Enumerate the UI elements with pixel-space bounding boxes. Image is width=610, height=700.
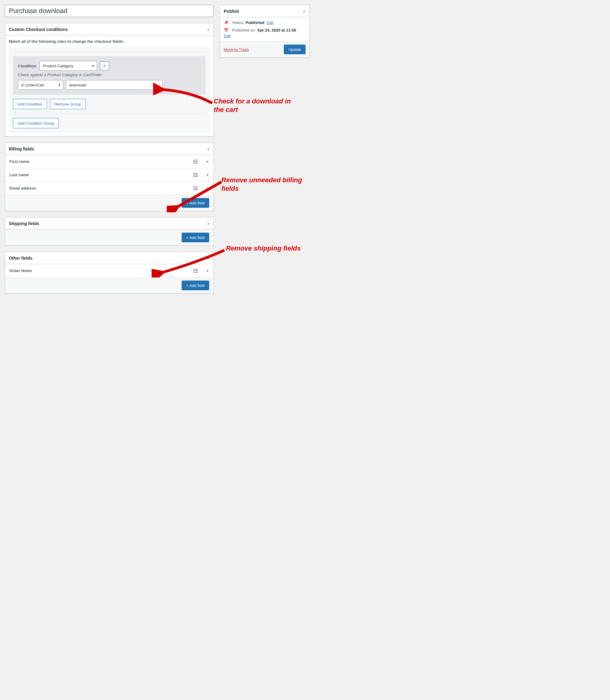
field-row[interactable]: Last name ▼ [5, 168, 213, 182]
conditions-panel-title: Custom Checkout conditions [9, 27, 68, 32]
field-label: First name [10, 159, 29, 164]
published-on-value: Apr 24, 2020 at 11:56 [257, 28, 296, 32]
post-title-input[interactable] [5, 5, 214, 17]
category-tag-input[interactable] [66, 80, 163, 90]
status-value: Published [245, 20, 264, 25]
field-label: Last name [10, 173, 29, 177]
move-to-trash-link[interactable]: Move to Trash [224, 47, 248, 52]
other-fields-panel: Other fields ▲ Order Notes ▼ + Add field [5, 252, 214, 293]
condition-type-select[interactable]: Product Category [39, 61, 97, 71]
collapse-icon[interactable]: ▲ [207, 256, 210, 260]
chevron-down-icon[interactable]: ▼ [206, 269, 209, 273]
collapse-icon[interactable]: ▲ [207, 222, 210, 225]
collapse-icon[interactable]: ▲ [207, 28, 210, 31]
condition-box: Condition Product Category ▼ X Check aga… [13, 56, 206, 95]
clear-tag-icon[interactable]: × [154, 83, 156, 87]
status-label: Status: [232, 20, 244, 25]
billing-fields-panel: Billing fields ▲ First name ▼ Last name … [5, 143, 214, 211]
conditions-group: Condition Product Category ▼ X Check aga… [9, 47, 210, 132]
field-label: Order Notes [10, 268, 32, 273]
field-row[interactable]: First name ▼ [5, 155, 213, 168]
condition-scope-value: In Order/Cart [21, 83, 44, 88]
other-panel-title: Other fields [9, 256, 32, 260]
chevron-down-icon[interactable]: ▼ [206, 187, 209, 190]
add-shipping-field-button[interactable]: + Add field [182, 233, 209, 242]
add-other-field-button[interactable]: + Add field [182, 281, 209, 290]
drag-handle-icon[interactable] [192, 187, 199, 190]
collapse-icon[interactable]: ▲ [303, 10, 306, 13]
condition-scope-select[interactable]: In Order/Cart [18, 80, 63, 90]
field-label: Email address [10, 186, 36, 190]
chevron-down-icon[interactable]: ▼ [206, 160, 209, 163]
edit-status-link[interactable]: Edit [267, 20, 273, 25]
condition-label: Condition [18, 64, 36, 68]
calendar-icon: 📅 [224, 28, 229, 32]
remove-group-button[interactable]: Remove Group [50, 99, 86, 109]
field-row[interactable]: Email address ▼ [5, 182, 213, 195]
billing-panel-title: Billing fields [9, 146, 34, 152]
drag-handle-icon[interactable] [192, 173, 199, 177]
update-button[interactable]: Update [284, 45, 306, 54]
shipping-fields-panel: Shipping fields ▲ + Add field [5, 217, 214, 246]
edit-date-link[interactable]: Edit [224, 34, 230, 38]
conditions-panel: Custom Checkout conditions ▲ Match all o… [5, 23, 214, 137]
published-on-label: Published on: [232, 28, 256, 32]
condition-help-text: Check against a Product Category in Cart… [18, 73, 201, 77]
pin-icon: 📌 [224, 20, 229, 25]
conditions-intro: Match all of the following rules to chan… [9, 39, 210, 44]
add-condition-group-button[interactable]: Add Condition Group [13, 118, 59, 128]
publish-panel-title: Publish [224, 9, 239, 14]
collapse-icon[interactable]: ▲ [207, 147, 210, 150]
field-row[interactable]: Order Notes ▼ [5, 264, 213, 277]
chevron-down-icon[interactable]: ▼ [206, 173, 209, 177]
add-condition-button[interactable]: Add Condition [13, 99, 47, 109]
publish-panel: Publish ▲ 📌 Status: Published Edit 📅 Pub… [220, 5, 309, 58]
drag-handle-icon[interactable] [192, 160, 199, 163]
add-billing-field-button[interactable]: + Add field [182, 198, 209, 208]
condition-type-value: Product Category [43, 64, 74, 68]
chevron-down-icon[interactable]: ▼ [158, 83, 160, 86]
remove-condition-button[interactable]: X [100, 61, 109, 70]
drag-handle-icon[interactable] [192, 269, 199, 273]
shipping-panel-title: Shipping fields [9, 221, 39, 226]
